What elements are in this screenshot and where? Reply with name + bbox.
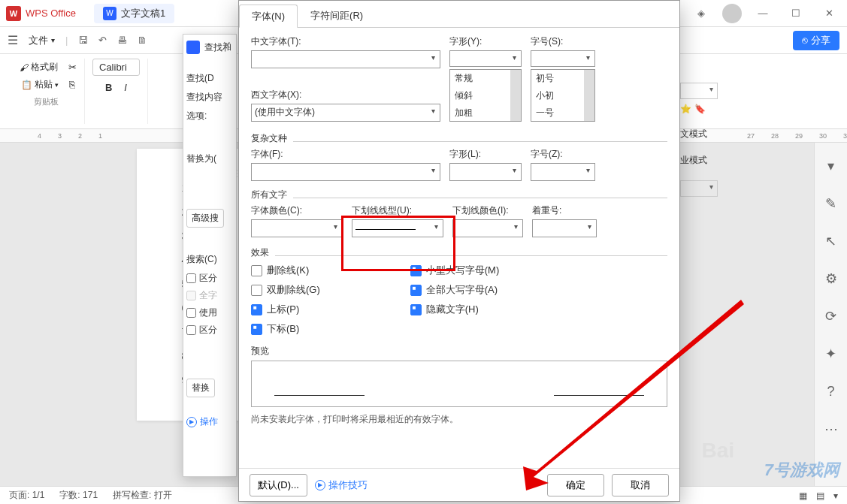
preview-box bbox=[251, 361, 667, 407]
sparkle-icon[interactable]: ✦ bbox=[823, 346, 839, 362]
chk-case[interactable]: 区分 bbox=[186, 272, 233, 285]
close-icon[interactable]: ✕ bbox=[222, 39, 231, 51]
advanced-search-button[interactable]: 高级搜 bbox=[186, 209, 224, 228]
emphasis-label: 着重号: bbox=[532, 204, 597, 217]
paste-button[interactable]: 📋粘贴▾ bbox=[17, 76, 63, 93]
clipboard-group-label: 剪贴板 bbox=[34, 96, 59, 107]
chk-dstrike[interactable]: 双删除线(G) bbox=[251, 283, 320, 297]
find-content-label: 查找内容 bbox=[186, 91, 233, 104]
preview-note: 尚未安装此字体，打印时将采用最相近的有效字体。 bbox=[251, 413, 667, 426]
complex-font-label: 字体(F): bbox=[251, 148, 440, 161]
settings-icon[interactable]: ⚙ bbox=[823, 270, 839, 287]
refresh-icon[interactable]: ⟳ bbox=[823, 308, 839, 324]
search-label: 搜索(C) bbox=[186, 253, 233, 266]
chk-use[interactable]: 使用 bbox=[186, 306, 233, 319]
format-brush-button[interactable]: 🖌格式刷 bbox=[15, 59, 62, 76]
size-label: 字号(S): bbox=[531, 35, 595, 48]
chk-sub[interactable]: 下标(B) bbox=[251, 322, 320, 336]
font-color-label: 字体颜色(C): bbox=[251, 204, 343, 217]
app-logo-icon: W bbox=[6, 6, 21, 21]
emphasis-combo[interactable] bbox=[532, 219, 597, 237]
complex-font-combo[interactable] bbox=[251, 163, 440, 181]
chk-hidden[interactable]: 隐藏文字(H) bbox=[410, 303, 500, 316]
font-color-combo[interactable] bbox=[251, 219, 343, 237]
mode-combo-2[interactable] bbox=[680, 180, 718, 197]
underline-style-combo[interactable] bbox=[352, 219, 443, 237]
cube-icon[interactable]: ◈ bbox=[689, 2, 713, 26]
play-icon: ▶ bbox=[186, 417, 197, 427]
undo-icon[interactable]: ↶ bbox=[98, 35, 107, 46]
layout-icon[interactable]: ▦ bbox=[799, 490, 807, 501]
mode-combo-1[interactable] bbox=[680, 83, 718, 99]
tab-spacing[interactable]: 字符间距(R) bbox=[298, 4, 376, 27]
word-count[interactable]: 字数: 171 bbox=[59, 489, 98, 502]
scrollbar[interactable] bbox=[510, 70, 521, 121]
cancel-button[interactable]: 取消 bbox=[612, 474, 669, 496]
scrollbar[interactable] bbox=[584, 70, 594, 121]
size-input[interactable] bbox=[531, 50, 595, 67]
underline-style-label: 下划线线型(U): bbox=[352, 204, 443, 217]
chk-allcaps[interactable]: 全部大写字母(A) bbox=[410, 283, 500, 297]
chevron-down-icon[interactable]: ▾ bbox=[833, 490, 838, 501]
print-icon[interactable]: 🖶 bbox=[117, 35, 127, 46]
cn-font-label: 中文字体(T): bbox=[251, 35, 440, 48]
chk-smallcaps[interactable]: 小型大写字母(M) bbox=[410, 264, 500, 277]
chk-strike[interactable]: 删除线(K) bbox=[251, 264, 320, 277]
cut-icon[interactable]: ✂ bbox=[68, 62, 77, 73]
watermark-baidu: Bai bbox=[701, 439, 734, 463]
preview-icon[interactable]: 🗎 bbox=[138, 35, 147, 46]
style-label: 字形(Y): bbox=[449, 35, 522, 48]
italic-button[interactable]: I bbox=[124, 82, 127, 93]
chk-super[interactable]: 上标(P) bbox=[251, 303, 320, 316]
style-input[interactable] bbox=[449, 50, 522, 67]
close-icon[interactable]: ✕ bbox=[817, 2, 841, 26]
minimize-icon[interactable]: — bbox=[751, 2, 775, 26]
biz-mode-label[interactable]: 业模式 bbox=[680, 154, 718, 167]
save-icon[interactable]: 🖫 bbox=[78, 35, 88, 46]
ok-button[interactable]: 确定 bbox=[547, 474, 604, 496]
default-button[interactable]: 默认(D)... bbox=[250, 474, 307, 496]
document-tab[interactable]: W 文字文稿1 bbox=[94, 4, 174, 23]
tab-font[interactable]: 字体(N) bbox=[239, 5, 298, 28]
style-listbox[interactable]: 常规 倾斜 加粗 bbox=[449, 69, 522, 122]
chk-whole[interactable]: 全字 bbox=[186, 289, 233, 302]
hamburger-icon[interactable]: ☰ bbox=[8, 33, 18, 47]
page-status[interactable]: 页面: 1/1 bbox=[9, 489, 44, 502]
oper-link[interactable]: ▶操作 bbox=[186, 415, 233, 428]
bold-button[interactable]: B bbox=[105, 82, 112, 93]
watermark-site: 7号游戏网 bbox=[764, 459, 839, 481]
bookmark-icon[interactable]: 🔖 bbox=[694, 104, 706, 114]
maximize-icon[interactable]: ☐ bbox=[784, 2, 808, 26]
complex-style-label: 字形(L): bbox=[449, 148, 522, 161]
spellcheck-status[interactable]: 拼写检查: 打开 bbox=[113, 489, 172, 502]
tab-find[interactable]: 查找(D bbox=[186, 72, 233, 85]
complex-size-combo[interactable] bbox=[531, 163, 595, 181]
replace-button[interactable]: 替换 bbox=[186, 379, 215, 397]
font-name-combo[interactable]: Calibri bbox=[92, 59, 140, 76]
text-mode-label[interactable]: 文模式 bbox=[680, 128, 718, 140]
western-font-combo[interactable]: (使用中文字体) bbox=[251, 104, 440, 122]
underline-color-combo[interactable] bbox=[452, 219, 523, 237]
cn-font-combo[interactable] bbox=[251, 50, 440, 68]
star-icon: ⭐ bbox=[680, 104, 691, 114]
more-icon[interactable]: ⋯ bbox=[823, 421, 839, 437]
help-icon[interactable]: ? bbox=[823, 383, 839, 400]
cursor-icon[interactable]: ↖ bbox=[823, 233, 839, 249]
doc-tab-label: 文字文稿1 bbox=[121, 7, 165, 20]
tips-link[interactable]: ▶操作技巧 bbox=[315, 478, 368, 492]
size-listbox[interactable]: 初号 小初 一号 bbox=[531, 69, 595, 122]
doc-icon bbox=[186, 41, 200, 54]
reading-icon[interactable]: ▤ bbox=[816, 490, 824, 501]
share-icon: ⎋ bbox=[802, 35, 808, 46]
complex-style-combo[interactable] bbox=[449, 163, 522, 181]
underline-color-label: 下划线颜色(I): bbox=[452, 204, 523, 217]
dropdown-icon[interactable]: ▾ bbox=[823, 158, 839, 174]
chk-case2[interactable]: 区分 bbox=[186, 324, 233, 337]
pencil-icon[interactable]: ✎ bbox=[823, 195, 839, 212]
play-icon: ▶ bbox=[315, 480, 325, 490]
user-avatar[interactable] bbox=[722, 4, 742, 23]
file-menu[interactable]: 文件▾ bbox=[29, 34, 55, 47]
doc-icon: W bbox=[103, 7, 116, 20]
copy-icon[interactable]: ⎘ bbox=[69, 79, 75, 90]
share-button[interactable]: ⎋ 分享 bbox=[793, 31, 839, 50]
